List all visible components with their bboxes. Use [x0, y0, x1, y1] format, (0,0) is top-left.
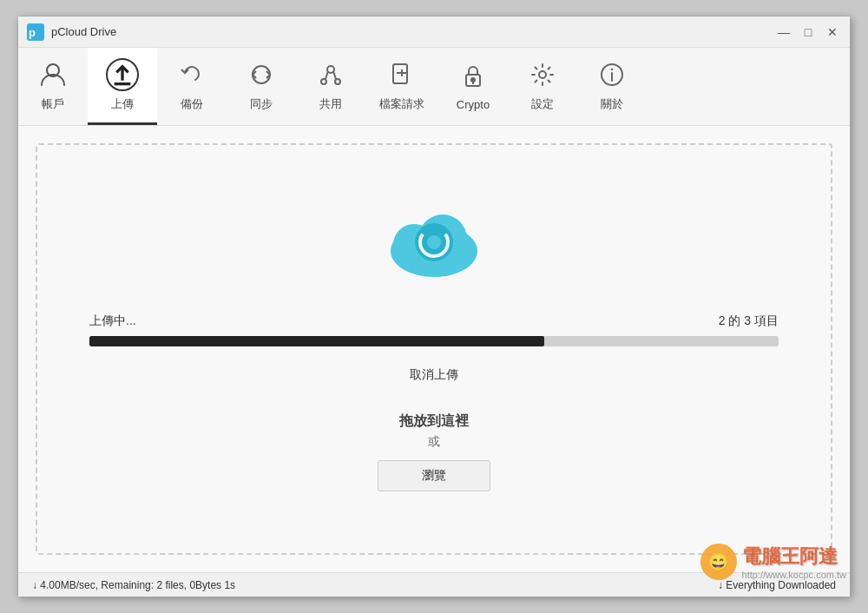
svg-point-6: [321, 79, 326, 84]
window-title: pCloud Drive: [51, 25, 775, 38]
toolbar-item-upload[interactable]: 上傳: [88, 48, 157, 125]
app-window: p pCloud Drive — □ ✕ 帳戶: [17, 16, 851, 597]
backup-icon: [175, 58, 208, 91]
toolbar-item-sync[interactable]: 同步: [227, 48, 296, 125]
about-icon: [595, 58, 628, 91]
progress-bar: [89, 336, 779, 346]
toolbar-item-backup[interactable]: 備份: [157, 48, 227, 125]
window-controls: — □ ✕: [775, 23, 841, 41]
share-label: 共用: [319, 96, 342, 112]
drop-label: 拖放到這裡: [399, 412, 469, 431]
upload-icon: [106, 58, 139, 91]
account-icon: [36, 58, 69, 91]
sync-label: 同步: [250, 96, 273, 112]
svg-point-25: [427, 235, 441, 249]
svg-line-8: [326, 71, 328, 79]
svg-point-14: [471, 78, 475, 82]
svg-point-7: [335, 79, 340, 84]
share-icon: [314, 58, 347, 91]
maximize-button[interactable]: □: [799, 23, 817, 41]
upload-count-label: 2 的 3 項目: [719, 313, 779, 329]
upload-status-row: 上傳中... 2 的 3 項目: [89, 313, 779, 329]
toolbar-item-share[interactable]: 共用: [296, 48, 365, 125]
filerequest-icon: [385, 58, 418, 91]
browse-button[interactable]: 瀏覽: [378, 460, 490, 491]
status-right: ↓ Everything Downloaded: [718, 579, 836, 591]
status-bar: ↓ 4.00MB/sec, Remaining: 2 files, 0Bytes…: [18, 572, 850, 597]
svg-text:p: p: [29, 26, 36, 39]
drop-area[interactable]: 上傳中... 2 的 3 項目 取消上傳 拖放到這裡 或 瀏覽: [36, 143, 832, 555]
status-left: ↓ 4.00MB/sec, Remaining: 2 files, 0Bytes…: [32, 579, 700, 591]
backup-label: 備份: [181, 96, 203, 112]
main-content: 上傳中... 2 的 3 項目 取消上傳 拖放到這裡 或 瀏覽: [18, 126, 850, 572]
upload-label: 上傳: [111, 96, 134, 112]
toolbar: 帳戶 上傳 備份: [18, 48, 850, 126]
upload-status-label: 上傳中...: [89, 313, 136, 329]
toolbar-item-about[interactable]: 關於: [577, 48, 647, 125]
toolbar-item-account[interactable]: 帳戶: [18, 48, 88, 125]
svg-point-19: [611, 69, 613, 70]
filerequest-label: 檔案請求: [379, 96, 424, 112]
sync-icon: [245, 58, 278, 91]
crypto-icon: [457, 60, 490, 93]
toolbar-item-filerequest[interactable]: 檔案請求: [365, 48, 438, 125]
title-bar: p pCloud Drive — □ ✕: [18, 16, 850, 48]
progress-bar-fill: [89, 336, 544, 346]
about-label: 關於: [601, 96, 623, 112]
close-button[interactable]: ✕: [824, 23, 841, 41]
crypto-label: Crypto: [457, 98, 490, 111]
toolbar-item-crypto[interactable]: Crypto: [438, 48, 508, 125]
svg-line-9: [333, 71, 336, 79]
settings-label: 設定: [531, 96, 554, 112]
minimize-button[interactable]: —: [775, 23, 792, 41]
svg-point-16: [539, 71, 546, 78]
cancel-upload-button[interactable]: 取消上傳: [403, 364, 465, 386]
status-right-text: ↓ Everything Downloaded: [718, 579, 836, 591]
app-logo: p: [27, 23, 44, 41]
settings-icon: [526, 58, 559, 91]
toolbar-item-settings[interactable]: 設定: [508, 48, 577, 125]
cloud-upload-icon: [378, 197, 490, 287]
account-label: 帳戶: [42, 96, 64, 112]
or-label: 或: [428, 434, 440, 450]
